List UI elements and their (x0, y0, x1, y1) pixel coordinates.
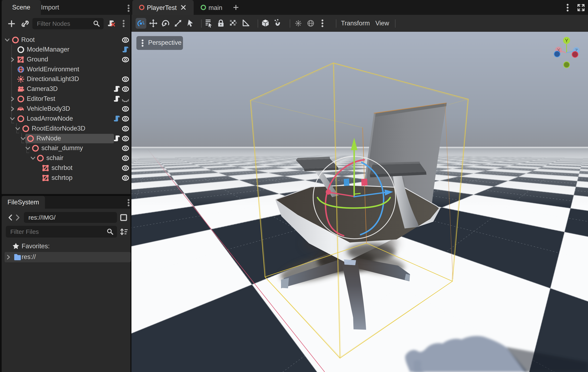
svg-text:Y: Y (565, 38, 568, 43)
